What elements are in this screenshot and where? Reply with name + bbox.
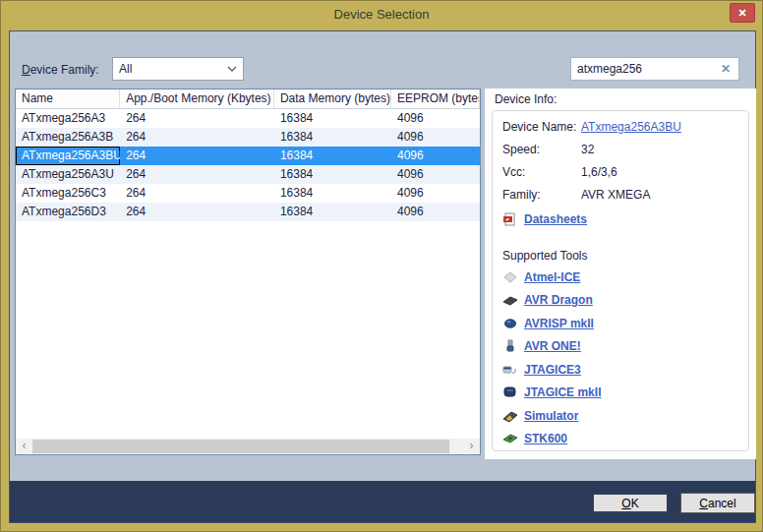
tool-item: AVR ONE!: [502, 335, 748, 359]
tool-item: JTAGICE3: [502, 358, 748, 382]
tool-link[interactable]: Simulator: [524, 409, 578, 423]
device-info-label: Family:: [502, 185, 581, 205]
avr-dragon-icon: [502, 293, 520, 307]
device-info-row: Speed:32: [502, 140, 748, 162]
device-family-select[interactable]: All: [112, 57, 244, 81]
table-cell[interactable]: 264: [120, 128, 274, 147]
jtagice-mkii-icon: [502, 385, 520, 399]
table-row[interactable]: ATxmega256A3264163844096: [16, 109, 480, 128]
column-header[interactable]: Name: [16, 89, 120, 109]
table-cell[interactable]: 4096: [391, 184, 480, 203]
device-info-panel: Device Info: Device Name:ATxmega256A3BUS…: [485, 89, 756, 459]
table-row[interactable]: ATxmega256A3U264163844096: [16, 165, 480, 184]
table-row[interactable]: ATxmega256A3B264163844096: [16, 128, 480, 147]
tool-item: Atmel-ICE: [502, 266, 748, 289]
table-row[interactable]: ATxmega256D3264163844096: [16, 203, 480, 221]
device-info-value: 1,6/3,6: [581, 162, 617, 182]
table-cell[interactable]: 16384: [274, 147, 391, 165]
device-info-groupbox: Device Name:ATxmega256A3BUSpeed:32Vcc:1,…: [492, 110, 749, 451]
table-cell[interactable]: 4096: [391, 165, 480, 184]
table-body: ATxmega256A3264163844096ATxmega256A3B264…: [16, 109, 480, 439]
table-cell[interactable]: 264: [120, 147, 274, 165]
stk600-icon: [502, 432, 520, 445]
device-info-header: Device Info:: [495, 92, 557, 106]
datasheets-row: Datasheets: [502, 207, 748, 230]
tool-link[interactable]: Atmel-ICE: [524, 270, 580, 284]
table-cell[interactable]: 16384: [274, 165, 391, 184]
table-cell[interactable]: 4096: [391, 128, 480, 147]
tool-item: JTAGICE mkII: [502, 382, 748, 405]
device-table: NameApp./Boot Memory (Kbytes)Data Memory…: [15, 89, 481, 455]
column-header[interactable]: EEPROM (bytes): [391, 89, 480, 109]
table-row[interactable]: ATxmega256C3264163844096: [16, 184, 480, 203]
atmel-ice-icon: [502, 270, 520, 284]
jtagice3-icon: [502, 363, 520, 377]
avr-one-icon: [502, 339, 520, 353]
tool-item: STK600: [502, 428, 748, 451]
device-info-label: Vcc:: [502, 162, 581, 182]
simulator-icon: [502, 409, 520, 423]
device-selection-dialog: Device Selection ✕ Device Family: All ✕ …: [0, 0, 763, 532]
cancel-button[interactable]: Cancel: [680, 493, 755, 513]
tool-item: AVR Dragon: [502, 289, 748, 313]
footer-bar: OK Cancel: [10, 481, 755, 522]
titlebar: Device Selection ✕: [1, 1, 762, 30]
close-button[interactable]: ✕: [730, 3, 755, 23]
ok-button[interactable]: OK: [592, 493, 669, 513]
table-cell[interactable]: 264: [120, 165, 274, 184]
close-icon: ✕: [737, 7, 746, 19]
clear-search-icon[interactable]: ✕: [713, 62, 738, 76]
scrollbar-thumb[interactable]: [32, 440, 449, 453]
chevron-down-icon: [227, 66, 237, 72]
supported-tools-header: Supported Tools: [502, 246, 748, 266]
device-family-value: All: [119, 62, 132, 76]
column-header[interactable]: Data Memory (bytes): [274, 89, 391, 109]
table-cell[interactable]: 4096: [391, 203, 480, 221]
datasheets-link[interactable]: Datasheets: [524, 212, 587, 226]
avrisp-mkii-icon: [502, 317, 520, 330]
table-cell[interactable]: 264: [120, 203, 274, 221]
tool-link[interactable]: AVRISP mkII: [524, 317, 594, 330]
search-input[interactable]: [571, 62, 713, 76]
table-cell[interactable]: ATxmega256A3B: [16, 128, 120, 147]
table-cell[interactable]: ATxmega256A3U: [16, 165, 120, 184]
table-cell[interactable]: 16384: [274, 128, 391, 147]
device-info-value: 32: [581, 140, 594, 159]
device-family-label: Device Family:: [22, 63, 99, 77]
table-header-row: NameApp./Boot Memory (Kbytes)Data Memory…: [16, 89, 480, 109]
tool-link[interactable]: AVR Dragon: [524, 293, 593, 307]
table-cell[interactable]: 4096: [391, 147, 480, 165]
table-cell[interactable]: 16384: [274, 203, 391, 221]
pdf-icon: [502, 212, 520, 226]
scroll-left-icon[interactable]: ‹: [16, 439, 32, 454]
table-cell[interactable]: 4096: [391, 109, 480, 128]
table-cell[interactable]: ATxmega256A3: [16, 109, 120, 128]
tool-link[interactable]: STK600: [524, 432, 567, 445]
tool-item: Simulator: [502, 404, 748, 428]
table-cell[interactable]: ATxmega256C3: [16, 184, 120, 203]
tool-link[interactable]: JTAGICE3: [524, 363, 581, 377]
device-info-label: Device Name:: [502, 117, 581, 137]
device-name-link[interactable]: ATxmega256A3BU: [581, 117, 681, 137]
device-info-row: Vcc:1,6/3,6: [502, 162, 748, 185]
horizontal-scrollbar[interactable]: ‹ ›: [16, 439, 480, 454]
table-cell[interactable]: 16384: [274, 184, 391, 203]
tool-link[interactable]: AVR ONE!: [524, 339, 581, 353]
table-cell[interactable]: ATxmega256D3: [16, 203, 120, 221]
supported-tools-list: Atmel-ICEAVR DragonAVRISP mkIIAVR ONE!JT…: [502, 266, 748, 450]
device-info-value: AVR XMEGA: [581, 185, 650, 205]
table-row[interactable]: ATxmega256A3BU264163844096: [16, 147, 480, 165]
scroll-right-icon[interactable]: ›: [463, 439, 480, 454]
table-cell[interactable]: 264: [120, 109, 274, 128]
device-info-row: Family:AVR XMEGA: [502, 185, 748, 207]
column-header[interactable]: App./Boot Memory (Kbytes): [120, 89, 274, 109]
table-cell[interactable]: ATxmega256A3BU: [16, 147, 120, 165]
dialog-content: Device Family: All ✕ NameApp./Boot Memor…: [9, 30, 756, 523]
device-info-row: Device Name:ATxmega256A3BU: [502, 117, 748, 140]
table-cell[interactable]: 264: [120, 184, 274, 203]
window-title: Device Selection: [1, 7, 762, 22]
tool-link[interactable]: JTAGICE mkII: [524, 385, 601, 399]
table-cell[interactable]: 16384: [274, 109, 391, 128]
search-box[interactable]: ✕: [570, 57, 739, 81]
device-info-label: Speed:: [502, 140, 581, 159]
